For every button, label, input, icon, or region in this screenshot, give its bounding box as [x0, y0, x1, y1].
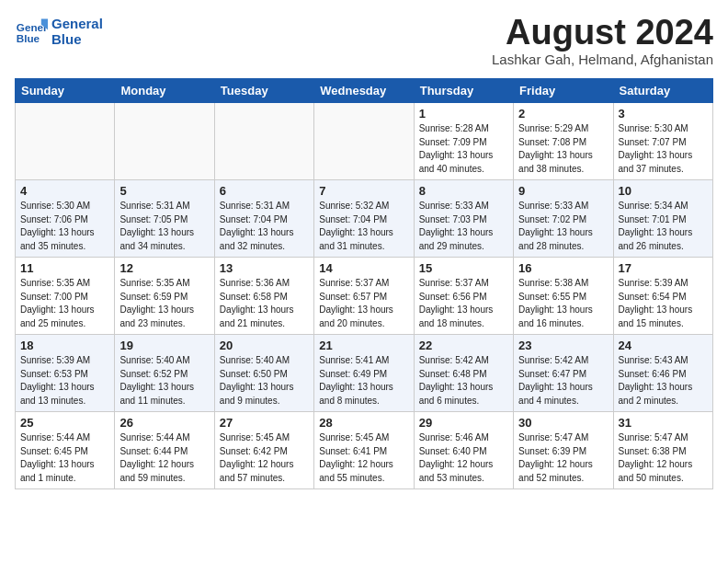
day-info: Sunrise: 5:35 AM Sunset: 7:00 PM Dayligh…	[20, 277, 109, 330]
calendar-day-cell: 7Sunrise: 5:32 AM Sunset: 7:04 PM Daylig…	[314, 180, 414, 258]
day-number: 25	[20, 416, 109, 430]
day-number: 18	[20, 339, 109, 352]
day-info: Sunrise: 5:45 AM Sunset: 6:41 PM Dayligh…	[319, 431, 408, 485]
day-info: Sunrise: 5:37 AM Sunset: 6:56 PM Dayligh…	[419, 277, 508, 330]
calendar-day-cell: 28Sunrise: 5:45 AM Sunset: 6:41 PM Dayli…	[314, 412, 414, 489]
day-info: Sunrise: 5:37 AM Sunset: 6:57 PM Dayligh…	[319, 277, 408, 330]
calendar-week-row: 18Sunrise: 5:39 AM Sunset: 6:53 PM Dayli…	[16, 335, 713, 412]
calendar-weekday-saturday: Saturday	[613, 79, 712, 103]
day-number: 24	[619, 339, 708, 352]
day-number: 17	[619, 261, 708, 275]
day-info: Sunrise: 5:39 AM Sunset: 6:53 PM Dayligh…	[20, 354, 109, 408]
day-number: 16	[518, 261, 608, 275]
calendar-weekday-wednesday: Wednesday	[314, 79, 414, 103]
day-info: Sunrise: 5:32 AM Sunset: 7:04 PM Dayligh…	[319, 200, 408, 253]
day-number: 29	[419, 416, 508, 430]
day-info: Sunrise: 5:38 AM Sunset: 6:55 PM Dayligh…	[518, 277, 608, 330]
calendar-day-cell: 4Sunrise: 5:30 AM Sunset: 7:06 PM Daylig…	[16, 180, 115, 258]
day-info: Sunrise: 5:47 AM Sunset: 6:38 PM Dayligh…	[619, 431, 708, 485]
day-number: 26	[119, 416, 209, 430]
day-number: 6	[220, 184, 309, 198]
calendar-day-cell: 11Sunrise: 5:35 AM Sunset: 7:00 PM Dayli…	[16, 258, 115, 335]
day-number: 3	[619, 107, 708, 121]
day-info: Sunrise: 5:44 AM Sunset: 6:44 PM Dayligh…	[119, 431, 209, 485]
calendar-weekday-sunday: Sunday	[16, 79, 115, 103]
day-number: 30	[518, 416, 608, 430]
day-info: Sunrise: 5:33 AM Sunset: 7:02 PM Dayligh…	[518, 200, 608, 253]
calendar-day-cell: 3Sunrise: 5:30 AM Sunset: 7:07 PM Daylig…	[613, 103, 712, 180]
calendar-day-cell: 10Sunrise: 5:34 AM Sunset: 7:01 PM Dayli…	[613, 180, 712, 258]
calendar-day-cell: 17Sunrise: 5:39 AM Sunset: 6:54 PM Dayli…	[613, 258, 712, 335]
day-number: 28	[319, 416, 408, 430]
calendar-weekday-thursday: Thursday	[414, 79, 513, 103]
day-number: 23	[518, 339, 608, 352]
day-info: Sunrise: 5:31 AM Sunset: 7:05 PM Dayligh…	[119, 200, 209, 253]
calendar-week-row: 25Sunrise: 5:44 AM Sunset: 6:45 PM Dayli…	[16, 412, 713, 489]
calendar-day-cell: 27Sunrise: 5:45 AM Sunset: 6:42 PM Dayli…	[214, 412, 313, 489]
day-number: 15	[419, 261, 508, 275]
calendar-weekday-friday: Friday	[514, 79, 613, 103]
day-info: Sunrise: 5:36 AM Sunset: 6:58 PM Dayligh…	[220, 277, 309, 330]
day-number: 20	[220, 339, 309, 352]
day-number: 31	[619, 416, 708, 430]
page-header: General Blue General Blue August 2024 La…	[15, 15, 713, 67]
calendar-day-cell: 19Sunrise: 5:40 AM Sunset: 6:52 PM Dayli…	[115, 335, 214, 412]
day-number: 2	[518, 107, 608, 121]
day-info: Sunrise: 5:47 AM Sunset: 6:39 PM Dayligh…	[518, 431, 608, 485]
calendar-weekday-monday: Monday	[115, 79, 214, 103]
calendar-day-cell	[115, 103, 214, 180]
day-number: 12	[119, 261, 209, 275]
day-number: 10	[619, 184, 708, 198]
day-info: Sunrise: 5:39 AM Sunset: 6:54 PM Dayligh…	[619, 277, 708, 330]
calendar-day-cell: 15Sunrise: 5:37 AM Sunset: 6:56 PM Dayli…	[414, 258, 513, 335]
day-number: 11	[20, 261, 109, 275]
calendar-header-row: SundayMondayTuesdayWednesdayThursdayFrid…	[16, 79, 713, 103]
day-number: 4	[20, 184, 109, 198]
calendar-day-cell: 20Sunrise: 5:40 AM Sunset: 6:50 PM Dayli…	[214, 335, 313, 412]
month-title: August 2024	[492, 15, 713, 50]
day-number: 14	[319, 261, 408, 275]
calendar-weekday-tuesday: Tuesday	[214, 79, 313, 103]
calendar-day-cell: 9Sunrise: 5:33 AM Sunset: 7:02 PM Daylig…	[514, 180, 613, 258]
day-info: Sunrise: 5:33 AM Sunset: 7:03 PM Dayligh…	[419, 200, 508, 253]
calendar-day-cell: 1Sunrise: 5:28 AM Sunset: 7:09 PM Daylig…	[414, 103, 513, 180]
location-subtitle: Lashkar Gah, Helmand, Afghanistan	[492, 52, 713, 67]
calendar-day-cell: 12Sunrise: 5:35 AM Sunset: 6:59 PM Dayli…	[115, 258, 214, 335]
calendar-day-cell: 24Sunrise: 5:43 AM Sunset: 6:46 PM Dayli…	[613, 335, 712, 412]
calendar-day-cell	[214, 103, 313, 180]
day-info: Sunrise: 5:35 AM Sunset: 6:59 PM Dayligh…	[119, 277, 209, 330]
calendar-day-cell: 18Sunrise: 5:39 AM Sunset: 6:53 PM Dayli…	[16, 335, 115, 412]
day-number: 19	[119, 339, 209, 352]
calendar-week-row: 1Sunrise: 5:28 AM Sunset: 7:09 PM Daylig…	[16, 103, 713, 180]
calendar-week-row: 4Sunrise: 5:30 AM Sunset: 7:06 PM Daylig…	[16, 180, 713, 258]
day-info: Sunrise: 5:44 AM Sunset: 6:45 PM Dayligh…	[20, 431, 109, 485]
title-block: August 2024 Lashkar Gah, Helmand, Afghan…	[492, 15, 713, 67]
calendar-day-cell: 6Sunrise: 5:31 AM Sunset: 7:04 PM Daylig…	[214, 180, 313, 258]
calendar-table: SundayMondayTuesdayWednesdayThursdayFrid…	[15, 78, 713, 489]
calendar-day-cell: 8Sunrise: 5:33 AM Sunset: 7:03 PM Daylig…	[414, 180, 513, 258]
day-info: Sunrise: 5:31 AM Sunset: 7:04 PM Dayligh…	[220, 200, 309, 253]
day-info: Sunrise: 5:30 AM Sunset: 7:06 PM Dayligh…	[20, 200, 109, 253]
calendar-day-cell: 22Sunrise: 5:42 AM Sunset: 6:48 PM Dayli…	[414, 335, 513, 412]
calendar-day-cell: 31Sunrise: 5:47 AM Sunset: 6:38 PM Dayli…	[613, 412, 712, 489]
logo: General Blue General Blue	[15, 15, 103, 48]
day-info: Sunrise: 5:45 AM Sunset: 6:42 PM Dayligh…	[220, 431, 309, 485]
svg-text:Blue: Blue	[17, 32, 40, 44]
day-info: Sunrise: 5:28 AM Sunset: 7:09 PM Dayligh…	[419, 122, 508, 176]
calendar-day-cell: 29Sunrise: 5:46 AM Sunset: 6:40 PM Dayli…	[414, 412, 513, 489]
day-number: 1	[419, 107, 508, 121]
day-number: 7	[319, 184, 408, 198]
day-info: Sunrise: 5:42 AM Sunset: 6:48 PM Dayligh…	[419, 354, 508, 408]
day-info: Sunrise: 5:29 AM Sunset: 7:08 PM Dayligh…	[518, 122, 608, 176]
calendar-day-cell: 13Sunrise: 5:36 AM Sunset: 6:58 PM Dayli…	[214, 258, 313, 335]
calendar-day-cell: 26Sunrise: 5:44 AM Sunset: 6:44 PM Dayli…	[115, 412, 214, 489]
day-info: Sunrise: 5:42 AM Sunset: 6:47 PM Dayligh…	[518, 354, 608, 408]
day-info: Sunrise: 5:30 AM Sunset: 7:07 PM Dayligh…	[619, 122, 708, 176]
calendar-day-cell: 25Sunrise: 5:44 AM Sunset: 6:45 PM Dayli…	[16, 412, 115, 489]
day-number: 13	[220, 261, 309, 275]
day-number: 21	[319, 339, 408, 352]
calendar-day-cell: 14Sunrise: 5:37 AM Sunset: 6:57 PM Dayli…	[314, 258, 414, 335]
calendar-day-cell	[16, 103, 115, 180]
day-number: 9	[518, 184, 608, 198]
calendar-week-row: 11Sunrise: 5:35 AM Sunset: 7:00 PM Dayli…	[16, 258, 713, 335]
